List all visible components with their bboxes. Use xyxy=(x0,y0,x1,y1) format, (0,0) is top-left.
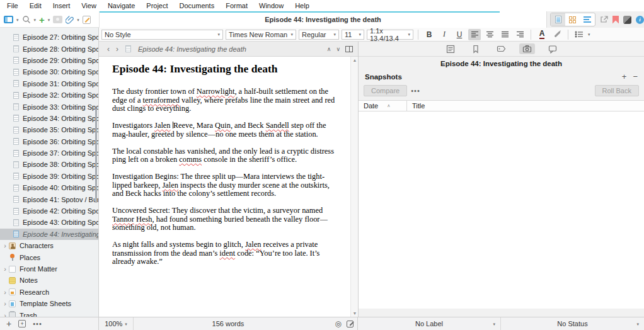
add-document-button[interactable]: + xyxy=(6,319,11,329)
binder-item[interactable]: Episode 36: Orbiting Spoto... xyxy=(0,136,98,147)
search-button[interactable] xyxy=(22,15,31,24)
menu-item-help[interactable]: Help xyxy=(289,0,315,11)
column-header-date[interactable]: Date∧ xyxy=(359,101,407,111)
bookmarks-caret[interactable]: ▾ xyxy=(77,18,79,22)
binder-item[interactable]: Episode 29: Orbiting Spoto... xyxy=(0,55,98,66)
outliner-view-button[interactable] xyxy=(580,13,595,26)
menu-item-navigate[interactable]: Navigate xyxy=(102,0,141,11)
text-color-button[interactable]: A xyxy=(536,29,548,40)
chevron-right-icon[interactable]: › xyxy=(2,300,8,307)
menu-item-view[interactable]: View xyxy=(76,0,102,11)
binder-item[interactable]: Episode 44: Investigating th... xyxy=(0,229,98,240)
inspector-toggle-button[interactable]: i xyxy=(636,16,644,24)
align-center-button[interactable] xyxy=(483,29,496,40)
next-document-button[interactable]: ∨ xyxy=(336,46,340,52)
scroll-down-icon[interactable]: ▼ xyxy=(351,311,358,316)
compose-mode-button[interactable] xyxy=(623,16,631,24)
rollback-button[interactable]: Roll Back xyxy=(595,85,639,96)
add-item-caret[interactable]: ▾ xyxy=(48,18,50,22)
list-caret[interactable]: ▾ xyxy=(588,32,590,37)
tab-notes[interactable] xyxy=(443,43,458,55)
add-item-button[interactable]: + xyxy=(39,15,45,25)
column-header-title[interactable]: Title xyxy=(407,102,425,110)
binder-toggle-caret[interactable]: ▾ xyxy=(16,18,19,22)
menu-item-edit[interactable]: Edit xyxy=(24,0,47,11)
binder-toggle-button[interactable] xyxy=(4,16,13,23)
writing-goals-icon[interactable] xyxy=(347,321,354,327)
snapshot-table-body[interactable] xyxy=(359,111,644,309)
split-view-icon[interactable] xyxy=(345,46,353,52)
binder-item[interactable]: Episode 28: Orbiting Spoto... xyxy=(0,43,98,54)
style-select[interactable]: No Style▾ xyxy=(101,30,223,40)
bold-button[interactable]: B xyxy=(423,29,435,40)
compare-button[interactable]: Compare xyxy=(364,85,407,96)
line-spacing-select[interactable]: 1.1x 13.4/13.4▾ xyxy=(367,30,413,40)
previous-document-button[interactable]: ∧ xyxy=(327,46,331,52)
binder-item-notes[interactable]: ›Notes xyxy=(0,275,98,286)
snapshot-more-button[interactable]: ••• xyxy=(411,87,420,94)
tab-comments[interactable] xyxy=(545,43,560,55)
binder-item[interactable]: Episode 30: Orbiting Spoto... xyxy=(0,66,98,77)
binder-item[interactable]: Episode 35: Orbiting Spoto... xyxy=(0,124,98,135)
target-icon[interactable]: ◎ xyxy=(335,319,342,328)
binder-item[interactable]: Episode 40: Orbiting Spotov xyxy=(0,182,98,193)
binder-item[interactable]: Episode 33: Orbiting Spoto... xyxy=(0,101,98,112)
menu-item-window[interactable]: Window xyxy=(253,0,289,11)
label-select[interactable]: No Label▾ xyxy=(358,317,501,330)
menu-item-file[interactable]: File xyxy=(1,0,24,11)
scroll-up-icon[interactable]: ▲ xyxy=(351,58,358,62)
binder-item[interactable]: Episode 37: Orbiting Spoto... xyxy=(0,147,98,159)
align-right-button[interactable] xyxy=(514,29,526,40)
binder-item[interactable]: Episode 43: Orbiting Spoto... xyxy=(0,217,98,228)
highlight-button[interactable] xyxy=(551,29,563,40)
binder-item[interactable]: Episode 31: Orbiting Spoto... xyxy=(0,78,98,89)
binder-item-research[interactable]: ›Research xyxy=(0,287,98,298)
chevron-right-icon[interactable]: › xyxy=(2,242,8,249)
editor-scrollbar[interactable]: ▲ ▼ xyxy=(350,57,358,317)
binder-more-button[interactable]: ••• xyxy=(33,320,42,327)
forward-button[interactable]: › xyxy=(113,45,122,54)
binder-item-places[interactable]: ›Places xyxy=(0,251,98,263)
document-text-area[interactable]: Episode 44: Investigating the death The … xyxy=(99,57,358,266)
binder-item[interactable]: Episode 32: Orbiting Spoto... xyxy=(0,89,98,101)
binder-item[interactable]: Episode 42: Orbiting Spotov xyxy=(0,205,98,217)
list-button[interactable] xyxy=(573,29,585,40)
font-select[interactable]: Times New Roman▾ xyxy=(226,30,296,40)
italic-button[interactable]: I xyxy=(438,29,451,40)
tab-metadata[interactable] xyxy=(493,43,509,54)
add-folder-button[interactable]: + xyxy=(18,320,26,327)
document-view-button[interactable] xyxy=(551,13,565,26)
binder-item[interactable]: Episode 38: Orbiting Spoto... xyxy=(0,159,98,170)
binder-scrollbar-thumb[interactable] xyxy=(95,108,97,203)
menu-item-format[interactable]: Format xyxy=(220,0,253,11)
bookmarks-button[interactable] xyxy=(66,15,74,24)
corkboard-view-button[interactable] xyxy=(565,13,580,26)
compose-button[interactable] xyxy=(83,16,91,24)
tab-snapshots[interactable] xyxy=(519,43,535,54)
status-select[interactable]: No Status▾ xyxy=(501,317,644,330)
snapshot-toolbar-button[interactable] xyxy=(53,16,62,23)
bookmark-flag-button[interactable] xyxy=(612,16,619,24)
font-size-select[interactable]: 11▾ xyxy=(342,30,364,40)
font-weight-select[interactable]: Regular▾ xyxy=(299,30,339,40)
binder-item-characters[interactable]: ›Characters xyxy=(0,240,98,251)
menu-item-insert[interactable]: Insert xyxy=(47,0,76,11)
tab-bookmarks[interactable] xyxy=(468,43,483,55)
menu-item-documents[interactable]: Documents xyxy=(174,0,221,11)
binder-item-trash[interactable]: ›Trash xyxy=(0,309,98,317)
chevron-right-icon[interactable]: › xyxy=(2,288,8,296)
binder-item-front-matter[interactable]: ›Front Matter xyxy=(0,263,98,275)
chevron-right-icon[interactable]: › xyxy=(2,312,8,317)
back-button[interactable]: ‹ xyxy=(104,45,113,54)
binder-item[interactable]: Episode 34: Orbiting Spoto... xyxy=(0,113,98,124)
remove-snapshot-button[interactable]: − xyxy=(633,72,638,81)
align-left-button[interactable] xyxy=(468,29,481,40)
menu-item-project[interactable]: Project xyxy=(141,0,173,11)
binder-item[interactable]: Episode 27: Orbiting Spoto... xyxy=(0,31,98,43)
binder-item[interactable]: Episode 41: Spotov / Burg ... xyxy=(0,193,98,205)
search-caret[interactable]: ▾ xyxy=(34,18,37,22)
underline-button[interactable]: U xyxy=(453,29,466,40)
binder-item-template-sheets[interactable]: ›Template Sheets xyxy=(0,298,98,309)
chevron-right-icon[interactable]: › xyxy=(2,265,8,273)
align-justify-button[interactable] xyxy=(498,29,511,40)
